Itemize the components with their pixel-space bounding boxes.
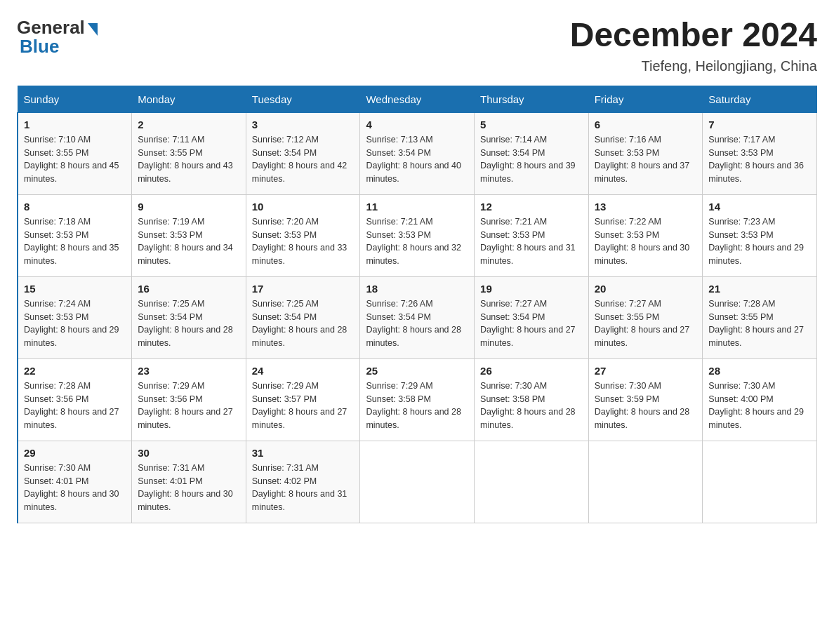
calendar-week-row: 8 Sunrise: 7:18 AMSunset: 3:53 PMDayligh… — [18, 194, 817, 276]
day-number: 31 — [252, 447, 355, 459]
calendar-table: Sunday Monday Tuesday Wednesday Thursday… — [17, 86, 817, 523]
day-info: Sunrise: 7:28 AMSunset: 3:56 PMDaylight:… — [24, 381, 119, 430]
day-info: Sunrise: 7:24 AMSunset: 3:53 PMDaylight:… — [24, 299, 119, 348]
col-tuesday: Tuesday — [246, 86, 360, 112]
table-row: 6 Sunrise: 7:16 AMSunset: 3:53 PMDayligh… — [588, 112, 703, 194]
day-info: Sunrise: 7:22 AMSunset: 3:53 PMDaylight:… — [595, 217, 690, 266]
table-row: 17 Sunrise: 7:25 AMSunset: 3:54 PMDaylig… — [246, 276, 360, 358]
day-info: Sunrise: 7:12 AMSunset: 3:54 PMDaylight:… — [252, 135, 348, 184]
col-saturday: Saturday — [703, 86, 817, 112]
calendar-week-row: 15 Sunrise: 7:24 AMSunset: 3:53 PMDaylig… — [18, 276, 817, 358]
day-info: Sunrise: 7:14 AMSunset: 3:54 PMDaylight:… — [480, 135, 576, 184]
day-info: Sunrise: 7:30 AMSunset: 4:01 PMDaylight:… — [24, 463, 119, 512]
table-row — [360, 441, 475, 523]
day-info: Sunrise: 7:16 AMSunset: 3:53 PMDaylight:… — [595, 135, 690, 184]
day-number: 23 — [138, 365, 240, 377]
table-row: 28 Sunrise: 7:30 AMSunset: 4:00 PMDaylig… — [703, 358, 817, 441]
day-info: Sunrise: 7:11 AMSunset: 3:55 PMDaylight:… — [138, 135, 233, 184]
day-number: 30 — [138, 447, 240, 459]
day-info: Sunrise: 7:27 AMSunset: 3:54 PMDaylight:… — [480, 299, 576, 348]
calendar-header-row: Sunday Monday Tuesday Wednesday Thursday… — [18, 86, 817, 112]
day-number: 4 — [366, 119, 468, 130]
day-number: 14 — [708, 201, 811, 213]
table-row: 5 Sunrise: 7:14 AMSunset: 3:54 PMDayligh… — [475, 112, 589, 194]
table-row: 13 Sunrise: 7:22 AMSunset: 3:53 PMDaylig… — [588, 194, 703, 276]
day-info: Sunrise: 7:30 AMSunset: 4:00 PMDaylight:… — [708, 381, 804, 430]
logo-blue-text: Blue — [20, 36, 59, 58]
day-number: 3 — [252, 119, 355, 130]
table-row: 30 Sunrise: 7:31 AMSunset: 4:01 PMDaylig… — [132, 441, 246, 523]
day-info: Sunrise: 7:30 AMSunset: 3:58 PMDaylight:… — [480, 381, 576, 430]
day-info: Sunrise: 7:21 AMSunset: 3:53 PMDaylight:… — [480, 217, 576, 266]
table-row: 10 Sunrise: 7:20 AMSunset: 3:53 PMDaylig… — [246, 194, 360, 276]
day-info: Sunrise: 7:29 AMSunset: 3:56 PMDaylight:… — [138, 381, 233, 430]
day-info: Sunrise: 7:28 AMSunset: 3:55 PMDaylight:… — [708, 299, 804, 348]
day-info: Sunrise: 7:20 AMSunset: 3:53 PMDaylight:… — [252, 217, 348, 266]
col-sunday: Sunday — [18, 86, 132, 112]
table-row: 26 Sunrise: 7:30 AMSunset: 3:58 PMDaylig… — [475, 358, 589, 441]
table-row: 1 Sunrise: 7:10 AMSunset: 3:55 PMDayligh… — [18, 112, 132, 194]
table-row: 8 Sunrise: 7:18 AMSunset: 3:53 PMDayligh… — [18, 194, 132, 276]
day-info: Sunrise: 7:27 AMSunset: 3:55 PMDaylight:… — [595, 299, 690, 348]
calendar-week-row: 1 Sunrise: 7:10 AMSunset: 3:55 PMDayligh… — [18, 112, 817, 194]
col-wednesday: Wednesday — [360, 86, 475, 112]
day-number: 8 — [24, 201, 126, 213]
table-row: 7 Sunrise: 7:17 AMSunset: 3:53 PMDayligh… — [703, 112, 817, 194]
day-info: Sunrise: 7:13 AMSunset: 3:54 PMDaylight:… — [366, 135, 461, 184]
day-number: 25 — [366, 365, 468, 377]
table-row: 12 Sunrise: 7:21 AMSunset: 3:53 PMDaylig… — [475, 194, 589, 276]
day-number: 19 — [480, 283, 583, 295]
logo-arrow-icon — [88, 23, 98, 36]
day-info: Sunrise: 7:25 AMSunset: 3:54 PMDaylight:… — [138, 299, 233, 348]
day-number: 24 — [252, 365, 355, 377]
day-info: Sunrise: 7:17 AMSunset: 3:53 PMDaylight:… — [708, 135, 804, 184]
month-title: December 2024 — [570, 17, 817, 54]
location-title: Tiefeng, Heilongjiang, China — [570, 58, 817, 74]
table-row: 18 Sunrise: 7:26 AMSunset: 3:54 PMDaylig… — [360, 276, 475, 358]
day-number: 7 — [708, 119, 811, 130]
table-row: 21 Sunrise: 7:28 AMSunset: 3:55 PMDaylig… — [703, 276, 817, 358]
table-row: 3 Sunrise: 7:12 AMSunset: 3:54 PMDayligh… — [246, 112, 360, 194]
day-number: 21 — [708, 283, 811, 295]
table-row: 9 Sunrise: 7:19 AMSunset: 3:53 PMDayligh… — [132, 194, 246, 276]
logo: General Blue — [17, 17, 98, 58]
table-row: 27 Sunrise: 7:30 AMSunset: 3:59 PMDaylig… — [588, 358, 703, 441]
day-info: Sunrise: 7:21 AMSunset: 3:53 PMDaylight:… — [366, 217, 461, 266]
table-row: 4 Sunrise: 7:13 AMSunset: 3:54 PMDayligh… — [360, 112, 475, 194]
calendar-week-row: 29 Sunrise: 7:30 AMSunset: 4:01 PMDaylig… — [18, 441, 817, 523]
day-number: 13 — [595, 201, 697, 213]
day-info: Sunrise: 7:29 AMSunset: 3:57 PMDaylight:… — [252, 381, 348, 430]
day-number: 11 — [366, 201, 468, 213]
day-number: 5 — [480, 119, 583, 130]
day-number: 16 — [138, 283, 240, 295]
day-info: Sunrise: 7:18 AMSunset: 3:53 PMDaylight:… — [24, 217, 119, 266]
day-info: Sunrise: 7:31 AMSunset: 4:02 PMDaylight:… — [252, 463, 348, 512]
title-area: December 2024 Tiefeng, Heilongjiang, Chi… — [570, 17, 817, 74]
col-monday: Monday — [132, 86, 246, 112]
day-info: Sunrise: 7:10 AMSunset: 3:55 PMDaylight:… — [24, 135, 119, 184]
day-number: 2 — [138, 119, 240, 130]
day-info: Sunrise: 7:23 AMSunset: 3:53 PMDaylight:… — [708, 217, 804, 266]
day-number: 10 — [252, 201, 355, 213]
day-info: Sunrise: 7:26 AMSunset: 3:54 PMDaylight:… — [366, 299, 461, 348]
table-row: 15 Sunrise: 7:24 AMSunset: 3:53 PMDaylig… — [18, 276, 132, 358]
table-row: 11 Sunrise: 7:21 AMSunset: 3:53 PMDaylig… — [360, 194, 475, 276]
day-info: Sunrise: 7:30 AMSunset: 3:59 PMDaylight:… — [595, 381, 690, 430]
day-info: Sunrise: 7:31 AMSunset: 4:01 PMDaylight:… — [138, 463, 233, 512]
day-number: 28 — [708, 365, 811, 377]
page-header: General Blue December 2024 Tiefeng, Heil… — [17, 17, 817, 74]
day-number: 1 — [24, 119, 126, 130]
day-info: Sunrise: 7:19 AMSunset: 3:53 PMDaylight:… — [138, 217, 233, 266]
table-row — [475, 441, 589, 523]
day-number: 18 — [366, 283, 468, 295]
day-number: 27 — [595, 365, 697, 377]
table-row: 2 Sunrise: 7:11 AMSunset: 3:55 PMDayligh… — [132, 112, 246, 194]
table-row — [588, 441, 703, 523]
table-row: 19 Sunrise: 7:27 AMSunset: 3:54 PMDaylig… — [475, 276, 589, 358]
day-number: 6 — [595, 119, 697, 130]
day-number: 29 — [24, 447, 126, 459]
day-number: 15 — [24, 283, 126, 295]
table-row: 14 Sunrise: 7:23 AMSunset: 3:53 PMDaylig… — [703, 194, 817, 276]
table-row: 25 Sunrise: 7:29 AMSunset: 3:58 PMDaylig… — [360, 358, 475, 441]
day-number: 26 — [480, 365, 583, 377]
